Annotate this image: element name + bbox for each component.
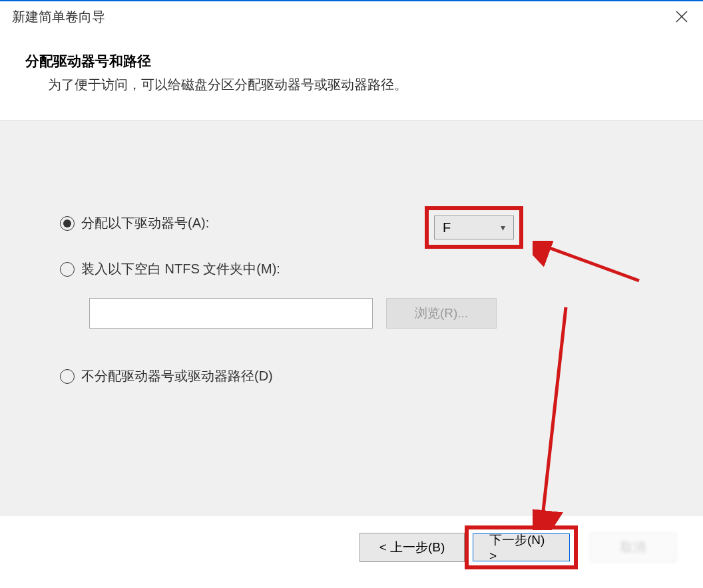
browse-button: 浏览(R)... [386, 298, 497, 329]
next-button[interactable]: 下一步(N) > [473, 533, 570, 561]
radio-mount-folder[interactable] [60, 262, 75, 277]
wizard-content: 分配以下驱动器号(A): F ▾ 装入以下空白 NTFS 文件夹中(M): 浏览… [0, 120, 703, 515]
radio-mount-folder-label: 装入以下空白 NTFS 文件夹中(M): [81, 260, 280, 278]
annotation-highlight-next: 下一步(N) > [465, 525, 578, 569]
titlebar: 新建简单卷向导 [0, 0, 703, 32]
radio-assign-letter[interactable] [60, 216, 75, 231]
back-button[interactable]: < 上一步(B) [359, 533, 465, 562]
drive-letter-select[interactable]: F ▾ [434, 216, 514, 239]
folder-path-input [89, 298, 373, 329]
svg-line-1 [543, 307, 566, 517]
folder-input-row: 浏览(R)... [89, 298, 643, 329]
option-assign-letter[interactable]: 分配以下驱动器号(A): [60, 214, 643, 232]
annotation-highlight-dropdown: F ▾ [425, 206, 523, 249]
wizard-header: 分配驱动器号和路径 为了便于访问，可以给磁盘分区分配驱动器号或驱动器路径。 [0, 32, 703, 120]
close-icon [676, 11, 688, 23]
cancel-button[interactable]: 取消 [590, 533, 676, 562]
window-title: 新建简单卷向导 [8, 8, 105, 26]
page-subtitle: 为了便于访问，可以给磁盘分区分配驱动器号或驱动器路径。 [25, 76, 678, 94]
option-mount-folder[interactable]: 装入以下空白 NTFS 文件夹中(M): [60, 260, 643, 278]
radio-no-assign[interactable] [60, 369, 75, 384]
drive-letter-value: F [443, 220, 451, 235]
option-no-assign[interactable]: 不分配驱动器号或驱动器路径(D) [60, 367, 643, 385]
annotation-arrow-2 [533, 304, 599, 530]
chevron-down-icon: ▾ [501, 222, 505, 233]
radio-assign-letter-label: 分配以下驱动器号(A): [81, 214, 209, 232]
close-button[interactable] [668, 3, 695, 30]
wizard-footer: < 上一步(B) 下一步(N) > 取消 [0, 515, 703, 579]
radio-no-assign-label: 不分配驱动器号或驱动器路径(D) [81, 367, 273, 385]
page-title: 分配驱动器号和路径 [25, 52, 678, 71]
